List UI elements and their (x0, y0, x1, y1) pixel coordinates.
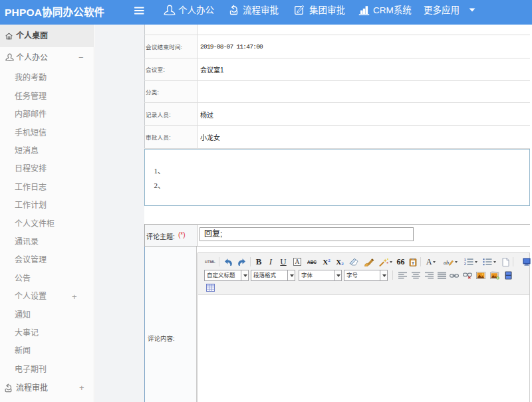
sidebar-item-e-journal[interactable]: 电子期刊 (15, 361, 88, 379)
comment-content-label: 评论内容: (148, 334, 175, 343)
align-center-icon (412, 272, 420, 279)
insert-image-button[interactable] (475, 270, 486, 281)
sidebar-item-contacts[interactable]: 通讯录 (15, 233, 88, 251)
sidebar-item-schedule[interactable]: 日程安排 (15, 160, 88, 178)
superscript-button[interactable]: X2 (321, 256, 332, 267)
dropdown-caret (433, 261, 436, 264)
comment-table-border (144, 224, 145, 246)
sidebar-item-meeting-management[interactable]: 会议管理 (15, 251, 88, 269)
sidebar-item-events[interactable]: 大事记 (15, 324, 88, 342)
form-row-border (144, 80, 530, 81)
redo-button[interactable] (236, 256, 247, 267)
svg-text:T: T (412, 260, 414, 264)
form-label: 会议结束时间: (146, 43, 196, 50)
sidebar-item-label: 手机短信 (15, 128, 47, 138)
font-color-button[interactable]: A (424, 256, 438, 267)
insert-media-button[interactable] (503, 270, 513, 281)
underline-button[interactable]: U (279, 256, 288, 267)
nav-personal-office[interactable]: 个人办公 (178, 0, 214, 21)
sidebar-item-personal-settings[interactable]: 个人设置+ (15, 288, 88, 306)
comment-table-border (144, 246, 530, 247)
expand-icon[interactable]: + (72, 288, 77, 306)
sidebar-item-label: 工作计划 (15, 201, 47, 210)
nav-group-approval[interactable]: 集团审批 (309, 0, 345, 21)
nav-more-apps[interactable]: 更多应用 (424, 0, 460, 21)
expand-icon[interactable]: + (79, 379, 84, 397)
sidebar-item-work-log[interactable]: 工作日志 (15, 179, 88, 197)
italic-button[interactable]: I (267, 256, 274, 267)
font-size-select[interactable]: 字号 (344, 270, 388, 281)
clipboard-icon: T (409, 258, 417, 266)
font-family-select[interactable]: 字体 (299, 270, 342, 281)
source-code-button[interactable]: HTML (202, 256, 218, 267)
required-mark: (*) (178, 231, 186, 239)
strikethrough-button[interactable]: ABC (306, 256, 318, 267)
sidebar-item-short-message[interactable]: 短消息 (15, 142, 88, 160)
toolbar-separator (219, 257, 219, 266)
sidebar-item-file-cabinet[interactable]: 个人文件柜 (15, 215, 88, 233)
comment-subject-value: 回复; (204, 228, 222, 241)
blockquote-button[interactable]: 66 (396, 256, 406, 267)
align-justify-button[interactable] (436, 270, 447, 281)
multi-image-button[interactable] (489, 270, 500, 281)
menu-icon[interactable] (134, 0, 144, 20)
paragraph-format-select[interactable]: 段落格式 (251, 270, 295, 281)
sidebar-item-label: 个人设置 (15, 292, 47, 301)
sidebar-item-internal-mail[interactable]: 内部邮件 (15, 106, 88, 124)
fullscreen-button[interactable] (522, 256, 531, 267)
sub-mark: 2 (341, 261, 344, 266)
sidebar-item-attendance[interactable]: 我的考勤 (15, 69, 88, 87)
font-button[interactable]: A (293, 258, 301, 266)
sidebar-item-desktop[interactable]: 个人桌面 (0, 25, 94, 47)
sidebar-item-work-plan[interactable]: 工作计划 (15, 197, 88, 215)
nav-crm[interactable]: CRM系统 (373, 0, 412, 21)
align-center-button[interactable] (410, 270, 421, 281)
sidebar-item-tasks[interactable]: 任务管理 (15, 88, 88, 106)
nav-workflow-approval[interactable]: 流程审批 (243, 0, 279, 21)
sidebar-item-notice[interactable]: 通知 (15, 306, 88, 324)
undo-button[interactable] (223, 256, 233, 267)
align-left-button[interactable] (397, 270, 408, 281)
undo-icon (224, 258, 233, 266)
form-value: 小龙女 (200, 132, 220, 142)
sidebar-item-news[interactable]: 新闻 (15, 342, 88, 360)
unordered-list-button[interactable] (481, 256, 497, 267)
button-label: A (295, 258, 300, 265)
paste-text-button[interactable]: T (408, 256, 418, 267)
sidebar-item-label: 会议管理 (15, 255, 47, 264)
bold-button[interactable]: B (254, 256, 263, 267)
person-icon (164, 0, 176, 20)
chevron-down-icon (468, 0, 476, 20)
subscript-button[interactable]: X2 (334, 256, 345, 267)
sidebar-item-label: 我的考勤 (15, 73, 47, 82)
comment-subject-input[interactable]: 回复; (200, 227, 414, 241)
link-button[interactable] (449, 270, 460, 281)
unlink-button[interactable] (462, 270, 473, 281)
new-document-button[interactable] (501, 256, 510, 267)
sidebar-group-workflow-approval[interactable]: 流程审批 + (0, 379, 94, 397)
workflow-icon (229, 0, 239, 20)
align-right-button[interactable] (424, 270, 434, 281)
unordered-list-icon (483, 258, 492, 266)
form-label: 审批人员: (146, 133, 196, 141)
meeting-note-box: 1、 2、 (144, 149, 530, 206)
heading-select[interactable]: 自定义标题 (204, 270, 249, 281)
quick-format-button[interactable] (378, 256, 393, 267)
source-label: HTML (205, 260, 215, 264)
ordered-list-button[interactable]: 1 2 (463, 256, 479, 267)
sidebar-item-announcement[interactable]: 公告 (15, 270, 88, 288)
note-line: 2、 (154, 179, 166, 190)
insert-table-button[interactable] (205, 284, 215, 292)
highlight-button[interactable]: ab (442, 256, 458, 267)
sidebar-group-personal-office[interactable]: 个人办公 − (0, 49, 94, 67)
sidebar-item-sms[interactable]: 手机短信 (15, 124, 88, 142)
form-label: 记录人员: (146, 110, 196, 118)
align-left-icon (398, 272, 407, 279)
sidebar-item-label: 电子期刊 (15, 365, 47, 374)
svg-text:ab: ab (444, 260, 449, 266)
content-left-margin (95, 25, 144, 402)
toolbar-separator (420, 257, 421, 266)
eraser-button[interactable] (348, 256, 359, 267)
collapse-icon[interactable]: − (78, 49, 84, 67)
format-brush-button[interactable] (364, 256, 375, 267)
